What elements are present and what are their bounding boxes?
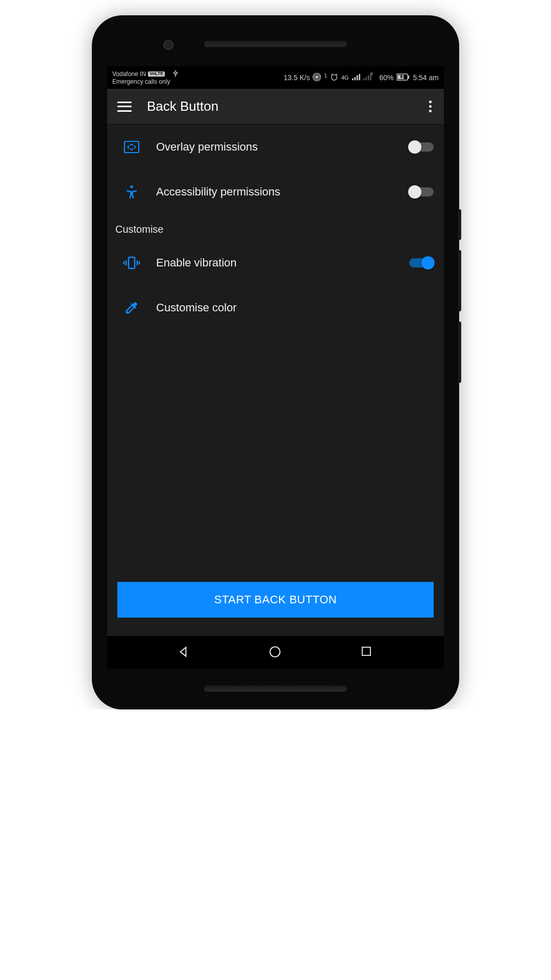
status-bar-right: 13.5 K/s 1 4G × 60% — [284, 73, 439, 83]
svg-rect-13 — [408, 76, 409, 79]
svg-point-15 — [130, 185, 133, 188]
customise-color-label: Customise color — [156, 301, 434, 314]
alarm-icon — [330, 73, 338, 83]
row-accessibility-permissions[interactable]: Accessibility permissions — [107, 169, 444, 214]
enable-vibration-toggle[interactable] — [409, 258, 434, 267]
content-area: Overlay permissions Accessibility permis… — [107, 125, 444, 636]
battery-percent: 60% — [379, 74, 393, 82]
status-bar-left: Vodafone IN VoLTE Emergency calls only — [112, 70, 179, 85]
accessibility-icon — [122, 183, 141, 201]
phone-frame: Vodafone IN VoLTE Emergency calls only 1… — [92, 15, 459, 709]
svg-rect-4 — [354, 77, 356, 80]
eyedropper-icon — [122, 299, 141, 317]
overflow-menu-icon[interactable] — [427, 99, 434, 114]
page-title: Back Button — [147, 99, 412, 114]
svg-rect-6 — [359, 74, 360, 80]
customise-section-label: Customise — [107, 214, 444, 240]
row-overlay-permissions[interactable]: Overlay permissions — [107, 125, 444, 169]
svg-rect-8 — [365, 77, 367, 80]
network-gen-label: 4G — [341, 75, 349, 81]
start-back-button[interactable]: START BACK BUTTON — [117, 582, 434, 618]
svg-point-21 — [270, 647, 280, 657]
hamburger-icon[interactable] — [117, 102, 132, 112]
phone-volume-down — [458, 322, 461, 383]
nav-back-icon[interactable] — [177, 645, 191, 659]
vibration-icon — [122, 254, 141, 272]
phone-speaker-bottom — [204, 685, 347, 692]
overlay-permissions-toggle[interactable] — [409, 142, 434, 152]
emergency-label: Emergency calls only — [112, 79, 179, 85]
app-bar: Back Button — [107, 89, 444, 125]
row-customise-color[interactable]: Customise color — [107, 285, 444, 330]
overlay-icon — [122, 138, 141, 156]
status-time: 5:54 am — [413, 74, 439, 82]
svg-point-0 — [316, 76, 318, 78]
notification-count: 1 — [324, 73, 327, 79]
svg-rect-14 — [124, 141, 139, 153]
svg-rect-5 — [357, 75, 358, 80]
phone-volume-up — [458, 250, 461, 311]
usb-icon — [172, 70, 179, 79]
svg-rect-22 — [362, 647, 370, 655]
carrier-label: Vodafone IN — [112, 71, 146, 78]
overlay-permissions-label: Overlay permissions — [156, 140, 394, 154]
svg-rect-9 — [368, 75, 369, 80]
volte-badge: VoLTE — [148, 71, 165, 77]
phone-camera — [163, 40, 173, 50]
svg-rect-3 — [352, 78, 354, 80]
screen: Vodafone IN VoLTE Emergency calls only 1… — [107, 66, 444, 669]
signal-icon-2: × — [363, 74, 377, 82]
nav-home-icon[interactable] — [268, 645, 283, 659]
row-enable-vibration[interactable]: Enable vibration — [107, 240, 444, 285]
accessibility-permissions-label: Accessibility permissions — [156, 185, 394, 199]
signal-icon — [352, 74, 360, 82]
android-nav-bar — [107, 636, 444, 669]
battery-icon — [396, 74, 410, 82]
network-speed: 13.5 K/s — [284, 74, 310, 82]
status-bar: Vodafone IN VoLTE Emergency calls only 1… — [107, 66, 444, 89]
hotspot-icon — [313, 73, 321, 83]
phone-side-button — [458, 209, 461, 240]
enable-vibration-label: Enable vibration — [156, 256, 394, 270]
svg-rect-16 — [129, 257, 135, 268]
phone-speaker-top — [204, 41, 347, 47]
accessibility-permissions-toggle[interactable] — [409, 187, 434, 197]
svg-rect-7 — [363, 78, 365, 80]
nav-recents-icon[interactable] — [360, 645, 374, 659]
